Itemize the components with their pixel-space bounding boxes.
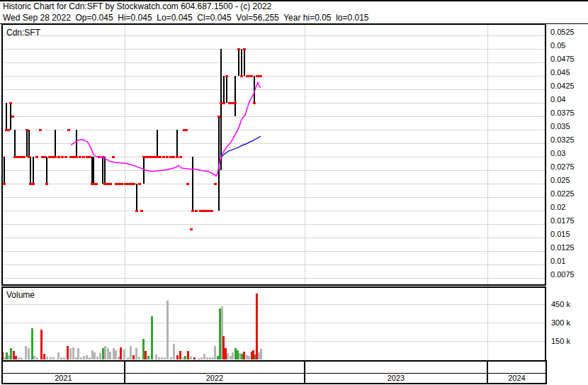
close-marker [120, 183, 123, 185]
volume-bar [40, 330, 43, 359]
volume-bar [13, 351, 15, 359]
close-marker [208, 210, 210, 212]
price-axis-label: 0.045 [550, 69, 570, 77]
close-marker [250, 75, 253, 77]
price-axis-label: 0.015 [550, 230, 570, 238]
price-axis-label: 0.0475 [550, 55, 575, 63]
volume-bar [214, 346, 216, 359]
close-marker [32, 183, 35, 185]
volume-bar [96, 357, 98, 359]
volume-bar [260, 349, 262, 359]
volume-bar [94, 352, 96, 359]
price-axis-label: 0.02 [550, 203, 565, 211]
close-marker [48, 156, 51, 158]
volume-axis-label: 150 k [551, 337, 570, 345]
close-marker [148, 156, 151, 158]
volume-bar [232, 352, 234, 359]
price-axis-label: 0.0125 [550, 244, 575, 252]
price-axis-label: 0.04 [550, 96, 565, 104]
volume-bar [21, 357, 23, 359]
volume-bar [120, 347, 122, 359]
volume-bar [46, 357, 48, 359]
close-marker [57, 156, 60, 158]
volume-bar [239, 353, 241, 359]
volume-bar [109, 352, 111, 359]
volume-bar [225, 348, 227, 359]
close-marker [45, 183, 48, 185]
close-marker [162, 156, 165, 158]
chart-canvas [0, 0, 588, 385]
volume-pane-border [2, 287, 545, 361]
volume-bar [52, 357, 55, 359]
close-marker [237, 48, 240, 50]
volume-bar [248, 356, 250, 359]
close-marker [127, 183, 130, 185]
close-marker [202, 210, 205, 212]
close-marker [75, 156, 78, 158]
close-marker [13, 156, 16, 158]
volume-bar [107, 348, 109, 359]
close-marker [220, 102, 222, 104]
volume-bar [179, 351, 181, 359]
close-marker [199, 210, 202, 212]
volume-bar [89, 357, 91, 359]
volume-bar [130, 346, 132, 359]
volume-bar [193, 357, 196, 359]
close-marker [26, 129, 28, 131]
volume-bar [77, 348, 79, 359]
close-marker [39, 129, 42, 131]
volume-bar [60, 357, 62, 359]
close-marker [118, 183, 120, 185]
volume-bar [200, 357, 203, 359]
close-marker [67, 129, 70, 131]
volume-bar [241, 354, 243, 359]
close-marker [23, 156, 26, 158]
volume-bar [31, 328, 33, 359]
close-marker [54, 156, 57, 158]
close-marker [142, 156, 145, 158]
price-axis-label: 0.0225 [550, 190, 575, 198]
price-axis-label: 0.05 [550, 42, 565, 50]
close-marker [217, 116, 220, 118]
volume-bar [147, 356, 149, 359]
close-marker [95, 183, 98, 185]
close-marker [106, 183, 109, 185]
close-marker [109, 183, 112, 185]
close-marker [11, 116, 14, 118]
close-marker [190, 228, 193, 230]
price-axis-label: 0.0275 [550, 163, 575, 171]
symbol-label: Cdn:SFT [6, 28, 40, 38]
price-axis-label: 0.0175 [550, 217, 575, 225]
volume-bar [151, 316, 153, 359]
volume-bar [4, 357, 6, 359]
volume-bar [113, 348, 115, 359]
close-marker [259, 75, 262, 77]
volume-bar [57, 352, 60, 359]
volume-bar [8, 355, 10, 359]
close-marker [138, 183, 141, 185]
close-marker [191, 210, 194, 212]
close-marker [7, 129, 10, 131]
close-marker [205, 210, 208, 212]
volume-bar [155, 355, 157, 359]
volume-bar [212, 357, 214, 359]
volume-bar [63, 357, 65, 359]
volume-bar [206, 357, 208, 359]
year-label-2023: 2023 [368, 374, 424, 382]
volume-bar [145, 351, 147, 359]
volume-bar [43, 354, 45, 359]
volume-bar [72, 347, 74, 359]
close-marker [64, 156, 67, 158]
close-marker [115, 183, 118, 185]
close-marker [228, 102, 231, 104]
price-axis-label: 0.01 [550, 257, 565, 265]
close-marker [86, 156, 89, 158]
volume-bar [135, 348, 137, 359]
close-marker [153, 156, 156, 158]
volume-bar [127, 357, 129, 359]
close-marker [156, 156, 159, 158]
volume-bar [36, 357, 38, 359]
close-marker [103, 183, 106, 185]
close-marker [234, 102, 237, 104]
price-axis-label: 0.025 [550, 177, 570, 184]
